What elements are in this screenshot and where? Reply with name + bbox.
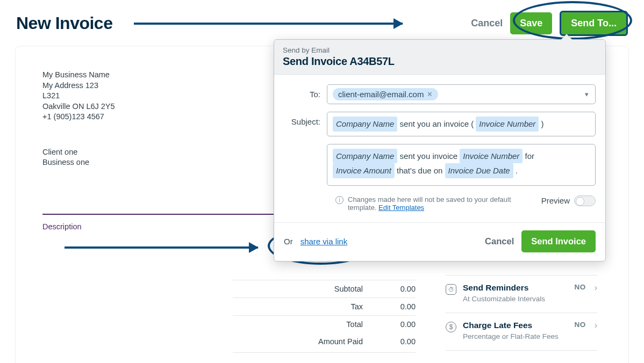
info-text-content: Changes made here will not be saved to y… (348, 195, 511, 212)
token-invoice-amount[interactable]: Invoice Amount (333, 163, 395, 178)
preview-toggle[interactable] (574, 195, 596, 206)
subject-text-1: sent you an invoice ( (397, 119, 476, 128)
info-icon: i (335, 196, 344, 204)
to-input[interactable]: client-email@email.com ✕ ▾ (327, 84, 596, 104)
send-to-button[interactable]: Send To... (560, 11, 628, 36)
subtotal-label: Subtotal (233, 285, 378, 293)
or-text: Or (284, 237, 293, 246)
clock-icon: ⏱ (446, 284, 456, 295)
chevron-right-icon: › (595, 283, 597, 293)
reminders-title: Send Reminders (463, 283, 568, 293)
token-company-name[interactable]: Company Name (333, 117, 397, 132)
dollar-icon: $ (446, 322, 456, 332)
annotation-arrow-top (134, 23, 403, 25)
subject-text-2: ) (539, 119, 543, 128)
amount-paid-value: 0.00 (378, 337, 416, 346)
latefees-option[interactable]: $ Charge Late Fees Percentage or Flat-Ra… (446, 313, 597, 350)
cancel-button[interactable]: Cancel (471, 18, 503, 29)
subtotal-value: 0.00 (378, 285, 416, 293)
total-label: Total (233, 320, 378, 329)
subject-label: Subject: (284, 112, 327, 126)
send-email-modal: Send by Email Send Invoice A34B57L To: c… (274, 39, 606, 262)
modal-title: Send Invoice A34B57L (283, 55, 597, 68)
modal-caret (561, 34, 572, 40)
token-due-date[interactable]: Invoice Due Date (445, 163, 513, 178)
send-invoice-button[interactable]: Send Invoice (521, 230, 596, 252)
body-text-1: sent you invoice (397, 151, 460, 161)
body-text-4: . (513, 166, 518, 175)
body-text-3: that's due on (395, 166, 445, 175)
body-text-2: for (523, 151, 534, 161)
reminders-option[interactable]: ⏱ Send Reminders At Customizable Interva… (446, 275, 597, 313)
info-text: Changes made here will not be saved to y… (348, 195, 537, 212)
description-header: Description (42, 222, 82, 231)
reminders-subtitle: At Customizable Intervals (463, 295, 568, 303)
annotation-arrow-bottom (65, 246, 258, 249)
to-label: To: (284, 84, 327, 99)
latefees-subtitle: Percentage or Flat-Rate Fees (463, 332, 568, 340)
email-tag-text: client-email@email.com (338, 90, 424, 99)
chevron-down-icon[interactable]: ▾ (585, 90, 589, 98)
amount-paid-label: Amount Paid (233, 337, 378, 346)
token-invoice-number[interactable]: Invoice Number (460, 149, 523, 164)
latefees-status: NO (574, 321, 585, 329)
total-value: 0.00 (378, 320, 416, 329)
save-button[interactable]: Save (510, 12, 552, 34)
token-company-name[interactable]: Company Name (333, 149, 397, 164)
chevron-right-icon: › (595, 321, 597, 330)
preview-label: Preview (541, 196, 570, 205)
subject-input[interactable]: Company Name sent you an invoice ( Invoi… (327, 112, 596, 136)
modal-header: Send by Email Send Invoice A34B57L (274, 40, 605, 75)
share-via-link[interactable]: share via link (300, 237, 348, 246)
token-invoice-number[interactable]: Invoice Number (476, 117, 539, 132)
side-options: ⏱ Send Reminders At Customizable Interva… (446, 275, 597, 351)
totals-block: Subtotal 0.00 Tax 0.00 Total 0.00 Amount… (233, 280, 416, 353)
modal-cancel-button[interactable]: Cancel (485, 236, 514, 246)
tax-value: 0.00 (378, 302, 416, 311)
remove-email-icon[interactable]: ✕ (427, 90, 433, 98)
body-input[interactable]: Company Name sent you invoice Invoice Nu… (327, 144, 596, 186)
email-tag[interactable]: client-email@email.com ✕ (333, 88, 438, 100)
edit-templates-link[interactable]: Edit Templates (378, 204, 424, 212)
page-title: New Invoice (16, 13, 112, 33)
modal-eyebrow: Send by Email (283, 46, 597, 54)
latefees-title: Charge Late Fees (463, 321, 568, 330)
tax-label: Tax (233, 302, 378, 311)
reminders-status: NO (574, 283, 585, 291)
